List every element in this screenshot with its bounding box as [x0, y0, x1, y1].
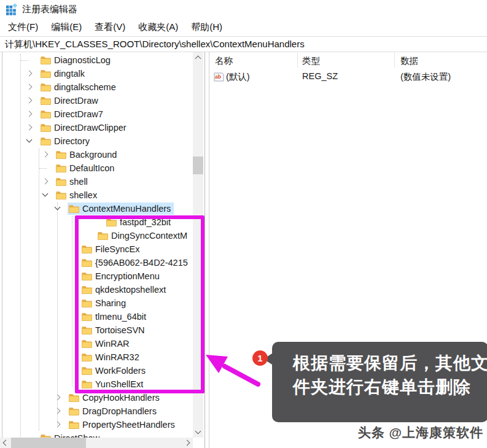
annotation-text-line2: 件夹进行右键单击删除: [293, 375, 477, 399]
tree-item-contextmenuhandlers[interactable]: ContextMenuHandlers: [0, 202, 205, 215]
collapse-chevron-icon[interactable]: [55, 204, 61, 210]
tree-item-label[interactable]: dingtalk: [54, 68, 85, 80]
menu-view[interactable]: 查看(V): [92, 20, 128, 35]
tree-item-body[interactable]: Background: [55, 149, 120, 161]
tree-item-directdraw[interactable]: DirectDraw: [0, 94, 205, 107]
tree-item-label[interactable]: Directory: [54, 135, 90, 147]
vertical-scroll-thumb[interactable]: [193, 156, 203, 174]
value-data: (数值未设置): [400, 71, 451, 83]
tree-item-label[interactable]: DragDropHandlers: [82, 405, 157, 417]
tree-item-shell[interactable]: shell: [0, 175, 205, 188]
folder-icon: [56, 191, 66, 199]
tree-item-body[interactable]: dingtalkscheme: [39, 81, 119, 93]
folder-icon: [41, 83, 51, 91]
menu-bar: 文件(F) 编辑(E) 查看(V) 收藏夹(A) 帮助(H): [0, 18, 487, 36]
folder-icon: [56, 177, 66, 186]
tree-item-label[interactable]: DirectDraw7: [54, 108, 103, 120]
tree-item-label[interactable]: CopyHookHandlers: [82, 392, 160, 404]
collapse-chevron-icon[interactable]: [26, 137, 33, 143]
tree-item-body[interactable]: shell: [55, 176, 91, 188]
svg-text:ab: ab: [215, 73, 221, 79]
column-separator[interactable]: [394, 53, 395, 68]
folder-icon: [69, 393, 79, 402]
tree-item-directdrawclipper[interactable]: DirectDrawClipper: [0, 121, 205, 134]
column-header-type[interactable]: 类型: [302, 55, 320, 67]
tree-item-diagnosticlog[interactable]: DiagnosticLog: [0, 53, 205, 67]
tree-item-label[interactable]: DefaultIcon: [69, 162, 114, 174]
tree-item-label[interactable]: DirectDrawClipper: [54, 122, 127, 134]
menu-edit[interactable]: 编辑(E): [49, 20, 84, 35]
string-value-icon: ab: [214, 72, 224, 82]
scroll-up-icon[interactable]: [195, 56, 201, 62]
tree-item-label[interactable]: ContextMenuHandlers: [82, 203, 171, 215]
collapse-chevron-icon[interactable]: [42, 191, 49, 197]
column-header-name[interactable]: 名称: [215, 55, 233, 67]
menu-help[interactable]: 帮助(H): [189, 20, 225, 35]
tree-item-body[interactable]: Directory: [39, 135, 93, 147]
tree-item-label[interactable]: shellex: [69, 189, 97, 201]
expand-chevron-icon[interactable]: [42, 179, 49, 185]
expand-chevron-icon[interactable]: [26, 84, 33, 90]
tree-item-label[interactable]: DiagnosticLog: [54, 54, 111, 66]
tree-item-label[interactable]: DirectDraw: [54, 95, 98, 107]
expand-chevron-icon[interactable]: [26, 125, 33, 131]
tree-item-defaulticon[interactable]: DefaultIcon: [0, 161, 205, 175]
tree-item-body[interactable]: DirectDrawClipper: [39, 122, 130, 134]
scroll-left-icon[interactable]: [3, 440, 9, 446]
annotation-highlight-box: [75, 215, 205, 393]
tree-item-dingtalk[interactable]: dingtalk: [0, 67, 205, 80]
tree-item-label[interactable]: Background: [69, 149, 117, 161]
expand-chevron-icon[interactable]: [55, 408, 61, 414]
value-name[interactable]: (默认): [226, 71, 250, 83]
tree-item-body[interactable]: DirectDraw7: [39, 108, 106, 120]
tree-item-background[interactable]: Background: [0, 148, 205, 161]
menu-file[interactable]: 文件(F): [6, 20, 41, 35]
tree-item-directory[interactable]: Directory: [0, 134, 205, 148]
scroll-down-icon[interactable]: [195, 428, 201, 434]
expand-chevron-icon[interactable]: [26, 71, 33, 77]
menu-favorites[interactable]: 收藏夹(A): [136, 20, 181, 35]
tree-item-body[interactable]: PropertySheetHandlers: [68, 419, 178, 431]
tree-item-directdraw7[interactable]: DirectDraw7: [0, 107, 205, 121]
tree-horizontal-scrollbar[interactable]: [0, 438, 193, 448]
tree-item-body[interactable]: ContextMenuHandlers: [68, 203, 174, 215]
horizontal-scroll-thumb[interactable]: [11, 438, 86, 448]
tree-item-body[interactable]: DragDropHandlers: [68, 405, 160, 417]
value-row[interactable]: ab: [214, 70, 224, 83]
folder-icon: [41, 56, 51, 64]
tree-item-body[interactable]: dingtalk: [39, 68, 88, 80]
window-title: 注册表编辑器: [22, 4, 77, 15]
address-bar[interactable]: 计算机\HKEY_CLASSES_ROOT\Directory\shellex\…: [0, 37, 487, 52]
column-separator[interactable]: [297, 53, 298, 68]
tree-item-label[interactable]: dingtalkscheme: [54, 81, 116, 93]
expand-chevron-icon[interactable]: [26, 111, 33, 117]
tree-item-body[interactable]: shellex: [55, 189, 100, 201]
folder-icon: [41, 69, 51, 78]
registry-path[interactable]: 计算机\HKEY_CLASSES_ROOT\Directory\shellex\…: [5, 39, 305, 50]
expand-chevron-icon[interactable]: [42, 152, 49, 158]
tree-item-body[interactable]: CopyHookHandlers: [68, 392, 163, 404]
expand-chevron-icon[interactable]: [55, 422, 61, 428]
tree-item-dingtalkscheme[interactable]: dingtalkscheme: [0, 80, 205, 94]
folder-icon: [56, 150, 66, 159]
annotation-bubble: 根据需要保留后，其他文 件夹进行右键单击删除: [272, 342, 487, 422]
annotation-text-line1: 根据需要保留后，其他文: [293, 351, 477, 375]
tree-item-propertysheethandlers[interactable]: PropertySheetHandlers: [0, 418, 205, 431]
column-header-data[interactable]: 数据: [400, 55, 418, 67]
step-number-badge: 1: [252, 350, 268, 366]
folder-icon: [41, 110, 51, 118]
expand-chevron-icon[interactable]: [26, 98, 33, 104]
tree-item-dragdrophandlers[interactable]: DragDropHandlers: [0, 404, 205, 418]
tree-item-label[interactable]: shell: [69, 176, 88, 188]
folder-icon: [41, 123, 51, 132]
tree-item-body[interactable]: DiagnosticLog: [39, 54, 114, 66]
tree-item-shellex[interactable]: shellex: [0, 188, 205, 202]
tree-item-body[interactable]: DefaultIcon: [55, 162, 117, 174]
tree-item-label[interactable]: PropertySheetHandlers: [82, 419, 175, 431]
expand-chevron-icon[interactable]: [55, 395, 61, 401]
folder-icon: [41, 96, 51, 105]
folder-icon: [69, 204, 79, 213]
folder-icon: [69, 407, 79, 415]
tree-item-body[interactable]: DirectDraw: [39, 95, 101, 107]
scroll-right-icon[interactable]: [184, 440, 190, 446]
